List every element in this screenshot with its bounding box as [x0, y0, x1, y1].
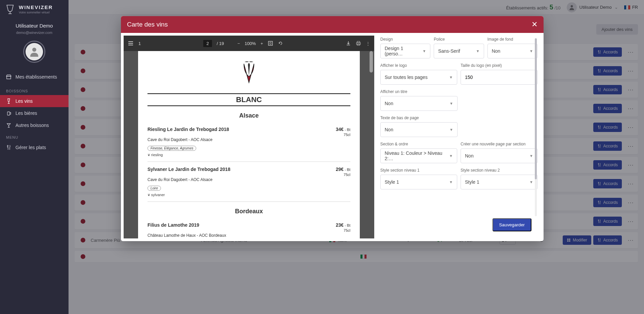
chevron-down-icon: ▼: [529, 180, 533, 184]
field-label-style1: Style section niveau 1: [380, 168, 457, 173]
doc-wine-tags: Finesse, Elégance, Agrumes: [147, 146, 196, 151]
beer-icon: [6, 110, 11, 116]
chevron-down-icon: ▼: [476, 49, 480, 53]
sidebar-user: Utilisateur Demo demo@winevizer.com: [0, 19, 69, 69]
sidebar-user-name: Utilisateur Demo: [3, 23, 66, 29]
sidebar-item-label: Gérer les plats: [15, 145, 46, 150]
doc-wine-subtitle: Cave du Roi Dagobert - AOC Alsace: [147, 137, 350, 142]
logosize-input[interactable]: [461, 70, 538, 85]
settings-scrollbar[interactable]: [535, 38, 537, 216]
chevron-down-icon: ▼: [422, 49, 426, 53]
field-label-section: Section & ordre: [380, 142, 457, 146]
chevron-down-icon: ▼: [449, 154, 453, 158]
sidebar-avatar[interactable]: [23, 41, 45, 63]
chevron-down-icon: ▼: [449, 75, 453, 79]
pdf-zoom-level: 100%: [245, 41, 256, 46]
chevron-down-icon: ▼: [529, 154, 533, 158]
rotate-icon[interactable]: [278, 41, 283, 46]
brand-name: WINEVIZER: [19, 5, 53, 10]
doc-wine-title: Riesling Le Jardin de Trebogad 2018: [147, 127, 229, 137]
doc-wine-subtitle: Cave du Roi Dagobert - AOC Alsace: [147, 177, 350, 182]
newpage-select[interactable]: Non▼: [461, 148, 538, 163]
field-label-design: Design: [380, 37, 430, 42]
brand-tagline: Votre sommelier virtuel: [19, 11, 53, 14]
menu-icon[interactable]: [128, 40, 134, 46]
cutlery-icon: [6, 145, 11, 150]
field-label-footer: Texte de bas de page: [380, 116, 458, 120]
field-label-style2: Style section niveau 2: [461, 168, 538, 173]
doc-wine-entry: Riesling Le Jardin de Trebogad 201834€ -…: [147, 124, 350, 162]
more-vert-icon[interactable]: ⋮: [366, 41, 370, 46]
svg-rect-10: [268, 41, 272, 45]
svg-rect-3: [7, 76, 11, 79]
sidebar: WINEVIZER Votre sommelier virtuel Utilis…: [0, 0, 69, 314]
sidebar-item-label: Les vins: [15, 98, 33, 104]
fit-page-icon[interactable]: [268, 41, 273, 46]
drink-icon: [6, 123, 11, 128]
save-button[interactable]: Sauvegarder: [492, 218, 531, 231]
showtitle-select[interactable]: Non▼: [380, 96, 458, 111]
pdf-page-input[interactable]: [203, 40, 212, 47]
modal-header: Carte des vins ✕: [121, 16, 544, 33]
doc-region-title: Bordeaux: [147, 208, 350, 215]
field-label-font: Police: [434, 37, 484, 42]
sidebar-item-label: Mes établissements: [15, 74, 57, 80]
zoom-in-icon[interactable]: +: [261, 41, 263, 46]
close-icon[interactable]: ✕: [531, 21, 538, 28]
pdf-scrollbar[interactable]: [370, 51, 373, 238]
bgimage-select[interactable]: Non▼: [487, 44, 538, 58]
footer-select[interactable]: Non▼: [380, 122, 458, 137]
doc-wine-tags: Loire: [147, 186, 161, 191]
svg-point-14: [248, 63, 250, 64]
doc-section-title: BLANC: [147, 93, 350, 106]
store-icon: [6, 74, 11, 80]
zoom-out-icon[interactable]: −: [238, 41, 240, 46]
font-select[interactable]: Sans-Serif▼: [434, 44, 484, 58]
chevron-down-icon: ▼: [529, 49, 533, 53]
pdf-preview: 1 / 19 − 100% + ⋮: [124, 36, 374, 238]
field-label-showtitle: Afficher un titre: [380, 89, 458, 94]
brand: WINEVIZER Votre sommelier virtuel: [0, 0, 69, 19]
sidebar-item-label: Les bières: [15, 110, 37, 116]
sidebar-item-beers[interactable]: Les bières: [0, 107, 69, 119]
settings-panel: Design Design 1 (perso…▼ Police Sans-Ser…: [374, 33, 544, 241]
pdf-thumb-number: 1: [138, 41, 141, 46]
sidebar-heading-boissons: BOISSONS: [0, 85, 69, 95]
sidebar-user-email: demo@winevizer.com: [3, 31, 66, 35]
style2-select[interactable]: Style 1▼: [461, 175, 538, 189]
pdf-toolbar: 1 / 19 − 100% + ⋮: [124, 36, 374, 51]
sidebar-item-wines[interactable]: Les vins: [0, 95, 69, 107]
design-select[interactable]: Design 1 (perso…▼: [380, 44, 430, 58]
brand-logo-icon: [5, 4, 15, 15]
doc-wine-title: Sylvaner Le Jardin de Trebogad 2018: [147, 167, 230, 177]
doc-wine-grapes: riesling: [147, 153, 350, 157]
doc-logo: [147, 59, 350, 87]
sidebar-item-establishments[interactable]: Mes établissements: [0, 71, 69, 83]
field-label-bgimage: Image de fond: [487, 37, 538, 42]
doc-wine-subtitle: Château Lamothe de Haux - AOC Bordeaux: [147, 233, 350, 238]
chevron-down-icon: ▼: [449, 180, 453, 184]
svg-rect-11: [357, 41, 360, 43]
wine-icon: [6, 98, 11, 104]
download-icon[interactable]: [346, 41, 351, 46]
doc-wine-entry: Filius de Lamothe 201923€ - Bt75cl Châte…: [147, 220, 350, 238]
field-label-logosize: Taille du logo (en pixel): [461, 63, 538, 68]
sidebar-heading-menu: MENU: [0, 131, 69, 141]
doc-wine-grapes: sylvaner: [147, 193, 350, 197]
pdf-page-total: / 19: [217, 41, 224, 46]
wine-list-modal: Carte des vins ✕ 1 / 19 − 100% +: [121, 16, 544, 241]
showlogo-select[interactable]: Sur toutes les pages▼: [380, 70, 457, 85]
sidebar-item-manage-dishes[interactable]: Gérer les plats: [0, 141, 69, 153]
doc-wine-entry: Sylvaner Le Jardin de Trebogad 201829€ -…: [147, 164, 350, 202]
sidebar-item-other-drinks[interactable]: Autres boissons: [0, 119, 69, 131]
doc-wine-title: Filius de Lamothe 2019: [147, 222, 199, 232]
field-label-newpage: Créer une nouvelle page par section: [461, 142, 538, 146]
chevron-down-icon: ▼: [449, 101, 453, 105]
section-select[interactable]: Niveau 1: Couleur > Niveau 2:…▼: [380, 148, 457, 163]
sidebar-item-label: Autres boissons: [15, 123, 49, 128]
field-label-showlogo: Afficher le logo: [380, 63, 457, 68]
person-icon: [28, 46, 40, 58]
print-icon[interactable]: [356, 41, 361, 46]
svg-rect-4: [7, 112, 10, 115]
style1-select[interactable]: Style 1▼: [380, 175, 457, 189]
